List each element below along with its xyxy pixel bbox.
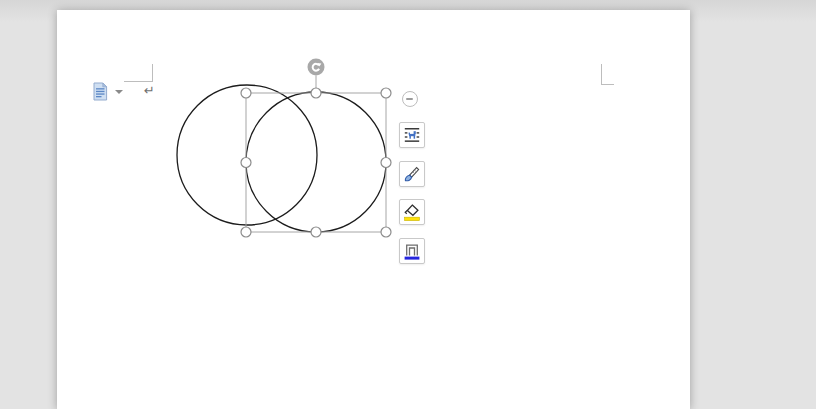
- drawing-layer: [57, 10, 690, 409]
- shape-style-button[interactable]: [399, 161, 425, 187]
- resize-handle-ne[interactable]: [381, 88, 391, 98]
- outline-color-button[interactable]: [399, 238, 425, 264]
- resize-handle-se[interactable]: [381, 227, 391, 237]
- text-wrap-dog-icon: [402, 125, 422, 145]
- resize-handle-s[interactable]: [311, 227, 321, 237]
- resize-handle-sw[interactable]: [241, 227, 251, 237]
- paint-bucket-icon: [402, 202, 422, 222]
- resize-handle-e[interactable]: [381, 158, 391, 168]
- minus-icon: [406, 98, 413, 100]
- resize-handle-n[interactable]: [311, 88, 321, 98]
- resize-handle-nw[interactable]: [241, 88, 251, 98]
- frame-icon: [402, 241, 422, 261]
- rotate-handle[interactable]: [308, 59, 325, 76]
- layout-options-button[interactable]: [399, 122, 425, 148]
- editor-workspace: ↵: [0, 0, 816, 409]
- resize-handle-w[interactable]: [241, 158, 251, 168]
- overlapping-circles-shape[interactable]: [177, 85, 386, 232]
- fill-color-button[interactable]: [399, 199, 425, 225]
- toolbar-collapse-button[interactable]: [402, 91, 418, 107]
- document-page[interactable]: ↵: [57, 10, 690, 409]
- brush-icon: [402, 164, 422, 184]
